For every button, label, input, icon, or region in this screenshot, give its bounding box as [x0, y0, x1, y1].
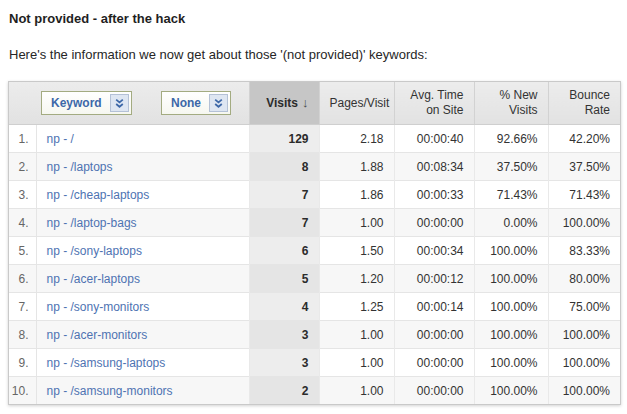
keyword-cell: np - /sony-monitors: [36, 293, 249, 321]
avg-time-on-site-cell: 00:00:00: [394, 377, 474, 405]
pct-new-visits-cell: 100.00%: [474, 321, 548, 349]
double-chevron-icon: [209, 94, 228, 112]
pages-per-visit-cell: 1.20: [319, 265, 394, 293]
avg-time-on-site-cell: 00:00:00: [394, 209, 474, 237]
avg-time-on-site-cell: 00:00:12: [394, 265, 474, 293]
pct-new-visits-cell: 100.00%: [474, 293, 548, 321]
table-row: 5. np - /sony-laptops 6 1.50 00:00:34 10…: [9, 237, 620, 265]
keyword-cell: np - /laptops: [36, 153, 249, 181]
bounce-rate-cell: 100.00%: [548, 321, 620, 349]
keyword-cell: np - /samsung-monitors: [36, 377, 249, 405]
avg-time-on-site-cell: 00:00:00: [394, 321, 474, 349]
pct-new-visits-cell: 0.00%: [474, 209, 548, 237]
pages-per-visit-cell: 1.00: [319, 209, 394, 237]
pages-per-visit-cell: 1.25: [319, 293, 394, 321]
keywords-table-container: Keyword None: [8, 81, 621, 405]
pages-per-visit-cell: 1.00: [319, 349, 394, 377]
bounce-rate-cell: 42.20%: [548, 125, 620, 153]
avg-time-on-site-cell: 00:00:40: [394, 125, 474, 153]
column-header-pct-new-visits[interactable]: % New Visits: [474, 82, 548, 125]
keyword-link[interactable]: np - /laptop-bags: [47, 216, 137, 230]
pct-new-visits-cell: 92.66%: [474, 125, 548, 153]
keyword-link[interactable]: np - /sony-laptops: [47, 244, 142, 258]
keyword-cell: np - /: [36, 125, 249, 153]
secondary-dimension-dropdown[interactable]: None: [161, 91, 231, 115]
visits-cell: 129: [249, 125, 319, 153]
keyword-cell: np - /acer-laptops: [36, 265, 249, 293]
bounce-rate-cell: 100.00%: [548, 209, 620, 237]
pages-per-visit-cell: 2.18: [319, 125, 394, 153]
keyword-link[interactable]: np - /acer-laptops: [47, 272, 140, 286]
row-rank: 3.: [9, 181, 36, 209]
keyword-link[interactable]: np - /laptops: [47, 160, 113, 174]
keyword-cell: np - /sony-laptops: [36, 237, 249, 265]
table-header-row: Keyword None: [9, 82, 620, 125]
row-rank: 8.: [9, 321, 36, 349]
keyword-link[interactable]: np - /samsung-laptops: [47, 356, 166, 370]
bounce-rate-cell: 37.50%: [548, 153, 620, 181]
pct-new-visits-cell: 37.50%: [474, 153, 548, 181]
keyword-link[interactable]: np - /: [47, 132, 74, 146]
avg-time-on-site-cell: 00:00:33: [394, 181, 474, 209]
visits-cell: 6: [249, 237, 319, 265]
avg-time-on-site-cell: 00:00:14: [394, 293, 474, 321]
table-row: 9. np - /samsung-laptops 3 1.00 00:00:00…: [9, 349, 620, 377]
pct-new-visits-cell: 71.43%: [474, 181, 548, 209]
column-header-avg-time-on-site[interactable]: Avg. Time on Site: [394, 82, 474, 125]
pages-per-visit-cell: 1.50: [319, 237, 394, 265]
visits-cell: 5: [249, 265, 319, 293]
bounce-rate-cell: 80.00%: [548, 265, 620, 293]
keywords-table: Keyword None: [9, 82, 620, 404]
keyword-link[interactable]: np - /samsung-monitors: [47, 384, 173, 398]
avg-time-on-site-cell: 00:00:00: [394, 349, 474, 377]
column-header-visits[interactable]: Visits↓: [249, 82, 319, 125]
column-header-pages-per-visit[interactable]: Pages/Visit: [319, 82, 394, 125]
bounce-rate-cell: 83.33%: [548, 237, 620, 265]
table-row: 3. np - /cheap-laptops 7 1.86 00:00:33 7…: [9, 181, 620, 209]
row-rank: 5.: [9, 237, 36, 265]
row-rank: 9.: [9, 349, 36, 377]
keyword-link[interactable]: np - /cheap-laptops: [47, 188, 150, 202]
pages-per-visit-cell: 1.88: [319, 153, 394, 181]
bounce-rate-cell: 100.00%: [548, 377, 620, 405]
table-row: 2. np - /laptops 8 1.88 00:08:34 37.50% …: [9, 153, 620, 181]
sort-descending-icon: ↓: [302, 95, 309, 110]
visits-cell: 2: [249, 377, 319, 405]
visits-cell: 3: [249, 321, 319, 349]
pages-per-visit-cell: 1.00: [319, 377, 394, 405]
row-rank: 2.: [9, 153, 36, 181]
page-title: Not provided - after the hack: [9, 11, 619, 26]
table-row: 6. np - /acer-laptops 5 1.20 00:00:12 10…: [9, 265, 620, 293]
column-header-bounce-rate[interactable]: Bounce Rate: [548, 82, 620, 125]
row-rank: 10.: [9, 377, 36, 405]
pct-new-visits-cell: 100.00%: [474, 237, 548, 265]
avg-time-on-site-cell: 00:00:34: [394, 237, 474, 265]
visits-cell: 8: [249, 153, 319, 181]
pct-new-visits-cell: 100.00%: [474, 349, 548, 377]
row-rank: 4.: [9, 209, 36, 237]
pct-new-visits-cell: 100.00%: [474, 377, 548, 405]
secondary-dimension-dropdown-label: None: [171, 96, 201, 110]
visits-cell: 7: [249, 209, 319, 237]
table-body: 1. np - / 129 2.18 00:00:40 92.66% 42.20…: [9, 125, 620, 405]
keyword-link[interactable]: np - /sony-monitors: [47, 300, 150, 314]
pages-per-visit-cell: 1.00: [319, 321, 394, 349]
pct-new-visits-cell: 100.00%: [474, 265, 548, 293]
table-row: 8. np - /acer-monitors 3 1.00 00:00:00 1…: [9, 321, 620, 349]
column-header-rank: [9, 82, 36, 125]
keyword-cell: np - /laptop-bags: [36, 209, 249, 237]
column-header-keyword: Keyword None: [36, 82, 249, 125]
intro-text: Here's the information we now get about …: [9, 47, 619, 62]
table-row: 10. np - /samsung-monitors 2 1.00 00:00:…: [9, 377, 620, 405]
bounce-rate-cell: 75.00%: [548, 293, 620, 321]
row-rank: 7.: [9, 293, 36, 321]
keyword-dimension-dropdown[interactable]: Keyword: [41, 91, 132, 115]
visits-cell: 4: [249, 293, 319, 321]
table-row: 4. np - /laptop-bags 7 1.00 00:00:00 0.0…: [9, 209, 620, 237]
page: Not provided - after the hack Here's the…: [0, 0, 627, 413]
keyword-cell: np - /samsung-laptops: [36, 349, 249, 377]
keyword-link[interactable]: np - /acer-monitors: [47, 328, 148, 342]
double-chevron-icon: [110, 94, 129, 112]
bounce-rate-cell: 100.00%: [548, 349, 620, 377]
keyword-cell: np - /acer-monitors: [36, 321, 249, 349]
